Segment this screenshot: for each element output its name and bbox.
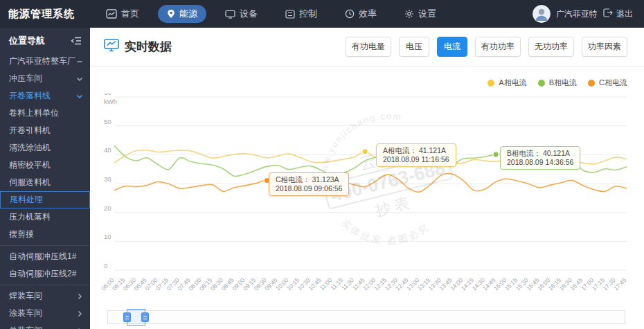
legend-item[interactable]: A相电流: [488, 78, 526, 88]
sidebar-item[interactable]: 尾料处理: [0, 191, 90, 208]
tooltip-a-phase: A相电流： 41.121A 2018.08.09 11:16:56: [376, 143, 456, 167]
metric-tab[interactable]: 电流: [437, 37, 467, 57]
series-line: [114, 174, 627, 193]
nav-item-energy[interactable]: 能源: [158, 5, 206, 23]
metric-tab[interactable]: 电压: [399, 37, 429, 57]
line-chart-canvas[interactable]: 0102030405060kWh06:0006:1506:3006:4507:0…: [97, 94, 637, 308]
nav-item-efficiency[interactable]: 效率: [336, 5, 386, 23]
chevron-right-icon: [76, 310, 83, 317]
nav-item-label: 效率: [359, 8, 377, 20]
home-chart-icon: [106, 9, 117, 19]
logout-icon: [603, 8, 613, 19]
clock-icon: [345, 9, 355, 19]
sidebar-item[interactable]: 自动伺服冲压线2#: [0, 265, 90, 283]
datazoom-slider-track[interactable]: [107, 310, 625, 324]
collapse-sidebar-icon[interactable]: [71, 37, 82, 45]
metric-tab[interactable]: 无功功率: [528, 37, 574, 57]
app-root: 能源管理系统 首页能源设备控制效率设置 广汽菲亚特 退出 位置导航 广汽菲亚特整…: [0, 0, 644, 329]
sidebar-item-label: 广汽菲亚特整车厂: [9, 53, 75, 70]
datazoom-selected-window[interactable]: [127, 309, 145, 326]
control-icon: [285, 10, 295, 19]
nav-item-label: 设置: [418, 8, 436, 20]
chevron-right-icon: [76, 293, 83, 300]
sidebar-item[interactable]: 压力机落料: [0, 208, 90, 226]
sidebar-item-list: 广汽菲亚特整车厂冲压车间开卷落料线卷料上料单位开卷引料机清洗涂油机精密校平机伺服…: [0, 53, 90, 329]
legend-dot-icon: [488, 80, 494, 87]
tooltip-datetime: 2018.08.09 09:06:56: [276, 184, 342, 193]
svg-text:17:45: 17:45: [612, 276, 627, 292]
tooltip-datetime: 2018.08.09 11:16:56: [383, 155, 449, 164]
sidebar-item-label: 自动伺服冲压线2#: [9, 265, 76, 283]
datazoom-right-handle[interactable]: [141, 312, 149, 322]
legend-label: C相电流: [599, 78, 627, 88]
metric-tab[interactable]: 有功电量: [346, 37, 391, 57]
sidebar-item-label: 清洗涂油机: [9, 139, 51, 157]
sidebar-item-label: 自动伺服冲压线1#: [9, 248, 76, 265]
sidebar-item[interactable]: 涂装车间: [0, 305, 90, 322]
legend-item[interactable]: C相电流: [588, 78, 627, 88]
sidebar-item[interactable]: 总装车间: [0, 322, 90, 329]
sidebar-item[interactable]: 冲压车间: [0, 70, 90, 87]
sidebar-item-label: 总装车间: [9, 322, 42, 329]
svg-text:20: 20: [104, 204, 111, 212]
sidebar-item[interactable]: 清洗涂油机: [0, 139, 90, 157]
svg-text:40: 40: [104, 146, 111, 154]
sidebar-item[interactable]: 开卷引料机: [0, 122, 90, 139]
tooltip-value: C相电流： 31.123A: [276, 175, 342, 184]
sidebar-item-label: 涂装车间: [9, 305, 42, 322]
tooltip-value: A相电流： 41.121A: [383, 146, 449, 155]
nav-item-control[interactable]: 控制: [276, 5, 326, 23]
legend-dot-icon: [588, 80, 595, 87]
sidebar-item[interactable]: 卷料上料单位: [0, 105, 90, 122]
svg-text:kWh: kWh: [104, 98, 117, 105]
tooltip-c-phase: C相电流： 31.123A 2018.08.09 09:06:56: [269, 172, 349, 196]
metric-tab[interactable]: 功率因素: [582, 37, 627, 57]
nav-item-home[interactable]: 首页: [97, 5, 148, 23]
sidebar-item[interactable]: 精密校平机: [0, 157, 90, 174]
svg-text:30: 30: [104, 175, 111, 183]
metric-tab[interactable]: 有功功率: [475, 37, 521, 57]
app-logo: 能源管理系统: [0, 8, 97, 21]
sidebar-item[interactable]: 摆剪摸: [0, 226, 90, 243]
nav-item-label: 首页: [121, 8, 139, 20]
nav-item-settings[interactable]: 设置: [395, 5, 445, 23]
sidebar-item[interactable]: 开卷落料线: [0, 87, 90, 105]
y-axis-labels: 0102030405060kWh: [104, 94, 117, 269]
chart-legend: A相电流B相电流C相电流: [488, 78, 627, 88]
location-pin-icon: [167, 9, 175, 19]
sidebar-title: 位置导航: [9, 35, 45, 47]
sidebar-item-label: 精密校平机: [9, 157, 51, 174]
sidebar-item-label: 伺服送料机: [9, 174, 51, 191]
avatar[interactable]: [533, 5, 551, 23]
main-menu: 首页能源设备控制效率设置: [97, 5, 445, 23]
page-title: 实时数据: [104, 38, 172, 55]
top-navbar: 能源管理系统 首页能源设备控制效率设置 广汽菲亚特 退出: [0, 0, 644, 28]
nav-item-label: 控制: [299, 8, 317, 20]
navbar-right: 广汽菲亚特 退出: [533, 5, 644, 23]
sidebar-item-label: 摆剪摸: [9, 226, 34, 243]
minus-icon: [76, 58, 83, 65]
nav-item-devices[interactable]: 设备: [216, 5, 267, 23]
datazoom-left-handle[interactable]: [123, 312, 131, 322]
svg-text:50: 50: [104, 118, 111, 125]
sidebar-item[interactable]: 广汽菲亚特整车厂: [0, 53, 90, 70]
sidebar-item-label: 卷料上料单位: [9, 105, 59, 122]
logout-button[interactable]: 退出: [603, 8, 633, 20]
sidebar-item[interactable]: 焊装车间: [0, 287, 90, 305]
nav-item-label: 能源: [179, 8, 197, 20]
sidebar-item[interactable]: 伺服送料机: [0, 174, 90, 191]
sidebar-item-label: 压力机落料: [9, 208, 51, 226]
highlight-dot: [493, 152, 499, 157]
tooltip-datetime: 2018.08.09 14:36:56: [507, 158, 573, 167]
page-title-text: 实时数据: [125, 39, 172, 55]
sidebar-item-label: 尾料处理: [10, 192, 43, 208]
tooltip-value: B相电流： 40.121A: [507, 149, 573, 158]
sidebar-item-label: 冲压车间: [9, 70, 42, 87]
device-icon: [225, 10, 235, 19]
sidebar-header: 位置导航: [0, 28, 90, 53]
highlight-dot: [362, 149, 368, 154]
gear-icon: [404, 9, 414, 19]
location-sidebar: 位置导航 广汽菲亚特整车厂冲压车间开卷落料线卷料上料单位开卷引料机清洗涂油机精密…: [0, 28, 90, 329]
legend-item[interactable]: B相电流: [538, 78, 577, 88]
sidebar-item[interactable]: 自动伺服冲压线1#: [0, 248, 90, 265]
